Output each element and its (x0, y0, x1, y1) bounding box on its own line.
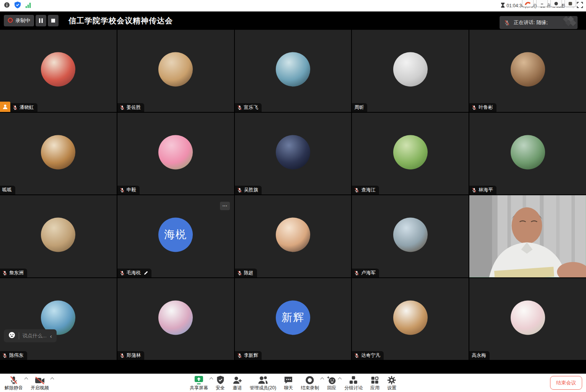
participant-tile-11[interactable]: 詹东洲 (0, 195, 117, 277)
mic-muted-icon (120, 188, 125, 193)
participant-tile-5[interactable]: 叶鲁彬 (469, 30, 586, 112)
participant-tile-2[interactable]: 姜佐胜 (117, 30, 234, 112)
toolbar-unmute-button[interactable]: 解除静音 (1, 374, 27, 392)
mic-muted-icon (120, 105, 125, 110)
participant-nametag: 叶鲁彬 (469, 103, 496, 112)
participant-nametag: 姜佐胜 (117, 103, 145, 112)
participant-name: 林海平 (479, 187, 493, 193)
toolbar-stop-recording-button[interactable]: 结束录制 (297, 374, 323, 392)
participant-avatar (393, 300, 428, 335)
toolbar-share-screen-button[interactable]: 共享屏幕 (186, 374, 212, 392)
participant-nametag: 查海江 (352, 186, 379, 194)
toolbar-invite-button[interactable]: 邀请 (229, 374, 246, 392)
watermark-logo (555, 16, 578, 29)
participant-tile-12[interactable]: 海棁 ⋯ 毛海棁 (117, 195, 234, 277)
mic-muted-icon (237, 353, 242, 358)
edit-name-icon[interactable] (144, 271, 148, 275)
participant-tile-1[interactable]: 潘晓虹 (0, 30, 117, 112)
participant-name: 姜佐胜 (127, 104, 141, 111)
recording-status: 录制中 (4, 15, 34, 26)
chat-input-placeholder[interactable]: 说点什么... (23, 332, 47, 339)
mic-muted-icon (120, 353, 125, 358)
participant-tile-7[interactable]: 申毅 (117, 113, 234, 195)
toolbar-security-button[interactable]: 安全 (212, 374, 229, 392)
info-icon[interactable] (4, 2, 10, 10)
toolbar-chat-button[interactable]: 聊天 (280, 374, 297, 392)
active-speaker-video (469, 195, 586, 277)
square-button[interactable] (565, 0, 576, 7)
toolbar-apps-button[interactable]: 应用 (366, 374, 383, 392)
shield-check-icon[interactable] (15, 2, 21, 10)
chevron-up-icon[interactable] (50, 377, 54, 381)
participant-tile-4[interactable]: 周昕 (352, 30, 469, 112)
mic-muted-icon (237, 188, 242, 193)
quick-chat-bubble[interactable]: 说点什么... ‹ (4, 329, 57, 342)
dot-button[interactable] (550, 0, 562, 7)
participant-nametag: 申毅 (117, 186, 140, 194)
toolbar-label: 应用 (370, 386, 379, 390)
smiley-icon[interactable] (8, 332, 15, 340)
participant-nametag: 周昕 (352, 103, 367, 112)
participant-tile-16[interactable]: 陈伟东 (0, 278, 117, 360)
participant-tile-9[interactable]: 查海江 (352, 113, 469, 195)
participant-tile-6[interactable]: 呱呱 (0, 113, 117, 195)
mic-muted-icon (13, 105, 18, 110)
participant-tile-14[interactable]: 卢海军 (352, 195, 469, 277)
participant-tile-19[interactable]: 达奇宁凡 (352, 278, 469, 360)
end-meeting-button[interactable]: 结束会议 (550, 376, 582, 390)
participant-tile-17[interactable]: 郑蒲林 (117, 278, 234, 360)
share-screen-icon (194, 376, 204, 385)
signal-bars-icon (25, 2, 31, 10)
mic-muted-icon (504, 20, 510, 26)
participant-avatar (158, 135, 193, 169)
participant-name: 高永梅 (472, 352, 486, 359)
pause-recording-button[interactable] (36, 15, 46, 26)
divider (19, 332, 19, 339)
swoosh-logo-button[interactable] (522, 0, 534, 7)
participant-nametag: 陈超 (235, 269, 257, 277)
toolbar-reactions-button[interactable]: 回应 (323, 374, 340, 392)
toolbar-left-group: 解除静音开启视频 (1, 374, 53, 392)
participant-nametag: 卢海军 (352, 269, 379, 277)
mic-muted-icon (237, 271, 242, 275)
participant-nametag: 詹东洲 (0, 269, 27, 277)
participant-nametag: 呱呱 (0, 186, 15, 194)
fullscreen-icon[interactable] (577, 2, 583, 10)
collapse-chat-icon[interactable]: ‹ (50, 333, 52, 339)
toolbar-settings-button[interactable]: 设置 (383, 374, 400, 392)
participant-avatar (158, 52, 193, 87)
mic-muted-icon (2, 353, 7, 358)
participant-tile-10[interactable]: 林海平 (469, 113, 586, 195)
participants-icon (258, 376, 268, 385)
participant-tile-8[interactable]: 吴胜旗 (235, 113, 352, 195)
toolbar-label: 管理成员(20) (250, 386, 276, 390)
participant-name: 叶鲁彬 (479, 104, 493, 111)
mic-muted-icon (120, 271, 125, 275)
participant-tile-18[interactable]: 新辉 李新辉 (235, 278, 352, 360)
toolbar-label: 结束录制 (301, 386, 319, 390)
speaking-text: 正在讲话: 随缘; (514, 19, 548, 26)
stop-record-icon (305, 376, 314, 385)
toolbar-breakout-rooms-button[interactable]: 分组讨论 (340, 374, 366, 392)
participant-avatar (276, 135, 310, 169)
participant-avatar (276, 52, 310, 87)
blank-button[interactable] (536, 0, 548, 7)
stop-recording-button[interactable] (48, 15, 59, 26)
participant-tile-3[interactable]: 宣乐飞 (235, 30, 352, 112)
tile-more-button[interactable]: ⋯ (220, 202, 230, 210)
participant-name: 潘晓虹 (20, 104, 34, 111)
meeting-title: 信工学院学校会议精神传达会 (68, 16, 173, 26)
toolbar-start-video-button[interactable]: 开启视频 (27, 374, 53, 392)
toolbar-manage-participants-button[interactable]: 管理成员(20) (246, 374, 280, 392)
settings-icon (387, 376, 396, 385)
participant-nametag: 李新辉 (235, 351, 262, 360)
participant-name: 查海江 (361, 187, 376, 193)
participant-tile-15[interactable] (469, 195, 586, 277)
participant-tile-20[interactable]: 高永梅 (469, 278, 586, 360)
participant-tile-13[interactable]: 陈超 (235, 195, 352, 277)
toolbar-label: 回应 (327, 386, 336, 390)
mic-muted-icon (472, 188, 477, 193)
mic-muted-icon (472, 105, 477, 110)
participant-avatar (511, 135, 545, 169)
participant-name: 陈超 (244, 270, 254, 276)
